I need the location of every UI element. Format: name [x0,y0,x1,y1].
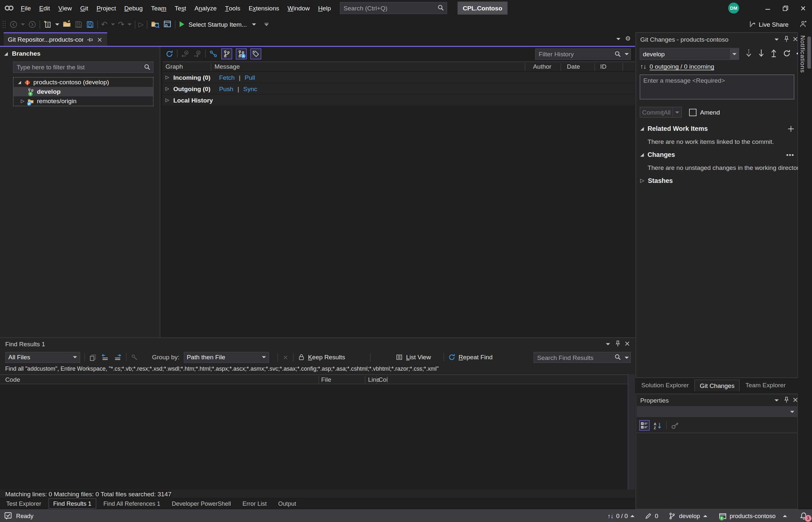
feedback-icon[interactable] [799,18,807,30]
notifications-scroll-thumb[interactable] [808,37,811,69]
changes-more-icon[interactable]: ••• [786,151,794,158]
find-results-content[interactable] [0,384,628,489]
commit-message-input[interactable] [640,75,794,100]
pull-icon[interactable] [193,47,202,60]
sync-status-button[interactable]: ↑↓ 0 / 0 [608,513,635,519]
stashes-header[interactable]: ▷ Stashes [640,177,794,184]
tab-team-explorer[interactable]: Team Explorer [741,379,791,391]
new-project-icon[interactable] [43,18,52,30]
search-icon[interactable] [144,63,151,71]
options-icon[interactable] [131,351,139,363]
copy-icon[interactable] [89,351,97,363]
select-startup-label[interactable]: Select Startup Item... [188,20,247,28]
local-history-row[interactable]: ▷ Local History [162,95,635,106]
find-results-scrollbar[interactable] [628,374,635,489]
column-message[interactable]: Message [214,63,240,70]
panel-dropdown-icon[interactable] [775,38,779,40]
pane-close-icon[interactable] [624,340,631,347]
search-options-dropdown[interactable] [625,357,629,359]
section-expander-icon[interactable] [640,127,644,130]
pending-changes-button[interactable]: 0 [645,512,659,519]
branches-expander-icon[interactable] [4,52,8,55]
panel-pin-icon[interactable] [783,396,790,404]
new-project-dropdown[interactable] [55,23,60,25]
refresh-icon[interactable] [166,47,173,60]
related-work-items-header[interactable]: Related Work Items [640,125,794,132]
window-home-icon[interactable] [163,18,172,30]
tree-item-develop[interactable]: develop [14,87,153,96]
toolbar-grip[interactable] [2,20,6,29]
menu-window[interactable]: Window [283,0,314,16]
search-find-results[interactable] [534,352,631,363]
pull-icon[interactable] [758,49,765,57]
clear-results-icon[interactable] [282,351,289,363]
undo-dropdown[interactable] [111,23,115,25]
redo-icon[interactable]: ↷ [118,18,125,30]
repeat-find-button[interactable]: Repeat Find [448,354,493,361]
sync-icon[interactable] [783,49,791,57]
avatar[interactable]: DM [728,3,739,14]
changes-header[interactable]: Changes ••• [640,151,794,158]
commit-all-button[interactable]: Commit All [640,107,673,118]
search-options-dropdown[interactable] [625,53,629,55]
tree-item-remotes[interactable]: ▷ remotes/origin [14,96,153,106]
menu-test[interactable]: Test [170,0,190,16]
save-icon[interactable] [75,18,83,30]
open-folder-icon[interactable] [62,18,71,30]
search-input[interactable] [340,2,447,14]
panel-pin-icon[interactable] [783,36,790,43]
menu-project[interactable]: Project [92,0,120,16]
menu-debug[interactable]: Debug [120,0,147,16]
outgoing-row[interactable]: ▷ Outgoing (0) Push | Sync [162,83,635,94]
previous-location-icon[interactable] [101,351,109,363]
pull-link[interactable]: Pull [245,74,255,81]
tab-output[interactable]: Output [274,499,300,508]
navigate-back-dropdown[interactable] [21,23,25,25]
local-history-expander-icon[interactable]: ▷ [166,98,169,102]
object-selector-combobox[interactable] [637,406,797,417]
save-all-icon[interactable] [86,18,94,30]
menu-view[interactable]: View [54,0,76,16]
tab-git-repository[interactable]: Git Repositor...products-conto [4,32,107,46]
branch-filter[interactable] [13,61,153,73]
menu-file[interactable]: File [17,0,35,16]
branch-combobox[interactable]: develop [640,48,739,60]
restore-button[interactable] [776,0,794,16]
commit-all-dropdown[interactable] [673,107,682,118]
search-icon[interactable] [437,4,444,12]
push-icon[interactable] [770,49,777,57]
menu-tools[interactable]: Tools [221,0,245,16]
alphabetical-sort-button[interactable]: AZ [654,419,662,431]
column-author[interactable]: Author [533,63,551,70]
navigate-forward-icon[interactable] [28,18,37,30]
scope-combobox[interactable]: All Files [5,352,80,363]
folder-search-icon[interactable] [151,18,160,30]
run-icon[interactable] [179,21,185,28]
close-button[interactable] [794,0,812,16]
minimize-button[interactable] [759,0,776,16]
fetch-icon[interactable] [745,49,752,57]
column-date[interactable]: Date [567,63,580,70]
undo-icon[interactable]: ↶ [101,18,107,30]
fetch-icon[interactable] [181,47,190,60]
current-repo-button[interactable]: products-contoso [719,512,787,519]
amend-label[interactable]: Amend [700,109,720,116]
column-id[interactable]: ID [600,63,606,70]
incoming-row[interactable]: ▷ Incoming (0) Fetch | Pull [162,72,635,83]
toggle-author-column-button[interactable] [236,48,247,59]
tab-close-icon[interactable] [96,36,103,43]
pane-pin-icon[interactable] [614,340,621,347]
column-file[interactable]: File [321,376,331,383]
tab-developer-powershell[interactable]: Developer PowerShell [168,499,235,508]
section-expander-icon[interactable] [640,153,644,157]
incoming-expander-icon[interactable]: ▷ [166,75,169,79]
menu-git[interactable]: Git [76,0,92,16]
tab-settings-gear-icon[interactable]: ⚙ [625,35,631,42]
amend-checkbox[interactable] [689,109,696,116]
search-icon[interactable] [614,51,621,58]
panel-dropdown-icon[interactable] [775,399,779,401]
tree-item-repo[interactable]: products-contoso (develop) [14,78,153,87]
toggle-branch-graph-button[interactable] [221,48,232,59]
search-icon[interactable] [614,354,621,361]
outgoing-expander-icon[interactable]: ▷ [166,86,169,91]
